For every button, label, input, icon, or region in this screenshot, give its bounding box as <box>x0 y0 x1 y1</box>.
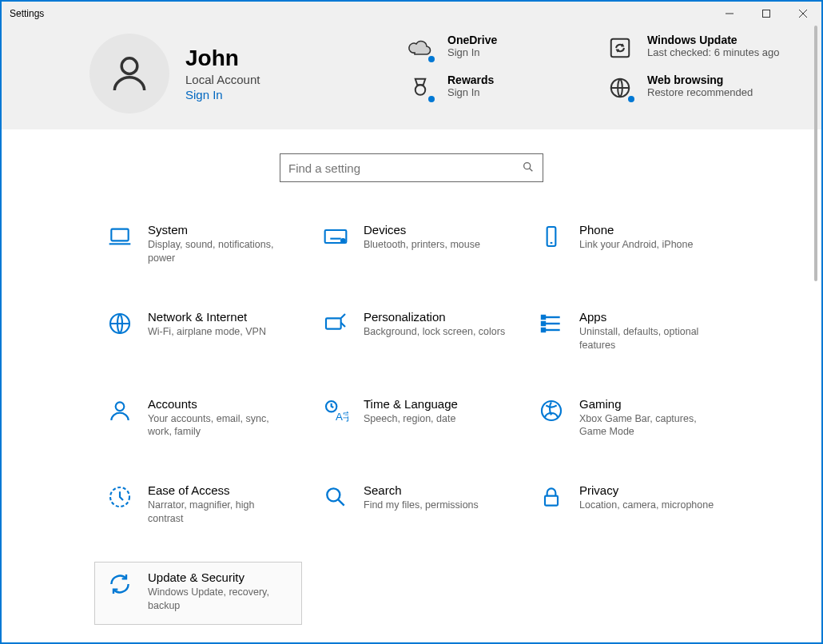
svg-rect-28 <box>542 328 545 332</box>
category-title: Phone <box>579 223 693 237</box>
category-devices[interactable]: Devices Bluetooth, printers, mouse <box>310 214 518 277</box>
category-sub: Xbox Game Bar, captures, Game Mode <box>579 412 722 439</box>
svg-text:A字: A字 <box>336 411 348 423</box>
account-type: Local Account <box>185 73 260 86</box>
category-title: Apps <box>579 310 722 324</box>
category-search[interactable]: Search Find my files, permissions <box>310 475 518 538</box>
svg-point-8 <box>524 162 531 169</box>
category-network[interactable]: Network & Internet Wi-Fi, airplane mode,… <box>94 301 302 364</box>
svg-rect-36 <box>545 496 558 506</box>
status-badge-dot <box>427 94 436 104</box>
account-signin-link[interactable]: Sign In <box>185 88 260 101</box>
laptop-icon <box>106 223 133 250</box>
category-accounts[interactable]: Accounts Your accounts, email, sync, wor… <box>94 388 302 451</box>
scrollbar-thumb[interactable] <box>814 26 817 281</box>
svg-line-9 <box>530 168 533 171</box>
globe-icon <box>106 310 133 337</box>
svg-rect-10 <box>111 229 128 241</box>
category-privacy[interactable]: Privacy Location, camera, microphone <box>526 475 734 538</box>
category-title: Ease of Access <box>148 483 290 497</box>
category-title: Search <box>364 483 479 497</box>
category-ease-of-access[interactable]: Ease of Access Narrator, magnifier, high… <box>94 475 302 538</box>
category-sub: Narrator, magnifier, high contrast <box>148 499 290 526</box>
category-title: Gaming <box>579 397 722 411</box>
account-name: John <box>185 46 260 71</box>
category-sub: Windows Update, recovery, backup <box>148 586 290 613</box>
update-icon <box>106 570 133 598</box>
category-title: Update & Security <box>148 570 290 584</box>
category-title: Accounts <box>148 397 290 411</box>
scrollbar[interactable] <box>807 26 820 641</box>
minimize-button[interactable] <box>711 2 748 26</box>
status-web-browsing[interactable]: Web browsing Restore recommended <box>606 74 789 102</box>
category-sub: Bluetooth, printers, mouse <box>364 238 480 252</box>
category-title: Time & Language <box>364 397 458 411</box>
category-title: Privacy <box>579 483 714 497</box>
category-gaming[interactable]: Gaming Xbox Game Bar, captures, Game Mod… <box>526 388 734 451</box>
category-title: Network & Internet <box>148 310 266 324</box>
person-icon <box>106 397 133 424</box>
lock-icon <box>538 483 565 511</box>
apps-icon <box>538 310 565 337</box>
status-sub: Sign In <box>447 86 494 100</box>
account-block[interactable]: John Local Account Sign In <box>89 34 406 113</box>
status-title: Windows Update <box>647 34 780 46</box>
medal-icon <box>406 74 435 102</box>
status-badge-dot <box>427 54 436 64</box>
status-sub: Sign In <box>447 46 497 60</box>
svg-point-18 <box>340 238 346 244</box>
window-titlebar: Settings <box>2 2 821 26</box>
globe-icon <box>606 74 634 102</box>
search-box[interactable] <box>280 153 543 182</box>
category-title: Devices <box>364 223 480 237</box>
category-sub: Link your Android, iPhone <box>579 238 693 252</box>
category-sub: Location, camera, microphone <box>579 499 714 512</box>
status-title: Web browsing <box>647 74 753 86</box>
maximize-button[interactable] <box>748 2 785 26</box>
svg-point-29 <box>116 402 125 411</box>
status-rewards[interactable]: Rewards Sign In <box>406 74 590 102</box>
status-title: OneDrive <box>447 34 497 46</box>
svg-point-6 <box>415 85 426 95</box>
account-header: John Local Account Sign In OneDrive Sign… <box>2 26 821 129</box>
category-sub: Find my files, permissions <box>364 499 479 512</box>
accessibility-icon <box>106 483 133 511</box>
phone-icon <box>538 223 565 250</box>
categories-grid: System Display, sound, notifications, po… <box>2 214 821 625</box>
svg-rect-27 <box>542 322 545 325</box>
avatar <box>89 34 169 113</box>
category-title: System <box>148 223 290 237</box>
category-sub: Background, lock screen, colors <box>364 325 505 339</box>
window-title: Settings <box>10 8 44 19</box>
category-sub: Display, sound, notifications, power <box>148 238 290 265</box>
status-sub: Last checked: 6 minutes ago <box>647 46 780 60</box>
category-phone[interactable]: Phone Link your Android, iPhone <box>526 214 734 277</box>
paintbrush-icon <box>322 310 349 337</box>
status-badge-dot <box>626 94 636 104</box>
cloud-icon <box>406 34 435 62</box>
category-sub: Your accounts, email, sync, work, family <box>148 412 290 439</box>
xbox-icon <box>538 397 565 424</box>
sync-icon <box>606 34 634 62</box>
category-title: Personalization <box>364 310 505 324</box>
category-sub: Uninstall, defaults, optional features <box>579 325 722 352</box>
category-system[interactable]: System Display, sound, notifications, po… <box>94 214 302 277</box>
svg-rect-5 <box>611 39 630 58</box>
time-language-icon: A字 <box>322 397 349 424</box>
category-update-security[interactable]: Update & Security Windows Update, recove… <box>94 562 302 625</box>
status-windows-update[interactable]: Windows Update Last checked: 6 minutes a… <box>606 34 789 62</box>
close-button[interactable] <box>785 2 821 26</box>
category-personalization[interactable]: Personalization Background, lock screen,… <box>310 301 518 364</box>
status-onedrive[interactable]: OneDrive Sign In <box>406 34 590 62</box>
keyboard-icon <box>322 223 349 250</box>
category-sub: Wi-Fi, airplane mode, VPN <box>148 325 266 339</box>
search-icon <box>322 483 349 511</box>
category-time-language[interactable]: A字 Time & Language Speech, region, date <box>310 388 518 451</box>
search-icon <box>522 161 535 176</box>
search-input[interactable] <box>288 161 522 175</box>
svg-rect-1 <box>763 10 770 18</box>
category-apps[interactable]: Apps Uninstall, defaults, optional featu… <box>526 301 734 364</box>
svg-line-35 <box>338 500 344 506</box>
status-title: Rewards <box>447 74 494 86</box>
svg-rect-26 <box>542 316 545 319</box>
